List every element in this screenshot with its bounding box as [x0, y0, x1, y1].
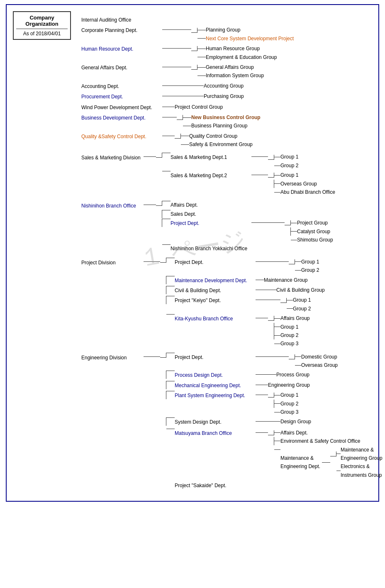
new-biz-group: New Business Control Group: [191, 113, 261, 122]
eng-div-label: Engineering Division: [81, 353, 144, 362]
sales-div-block: Sales & Marketing Division Sales & Marke…: [81, 153, 372, 197]
next-core-row: Next Core System Development Project: [191, 34, 294, 43]
vconn3: [191, 65, 197, 70]
eng-group: Engineering Group: [268, 381, 310, 389]
proj-group1: Group 1: [301, 258, 319, 266]
conn2: [162, 48, 191, 49]
next-core-project: Next Core System Development Project: [206, 34, 294, 43]
eng-domestic-row: Domestic Group: [289, 353, 338, 361]
nishi-yok-hconn: [162, 244, 171, 245]
sys-design-hconn: [256, 421, 280, 422]
nishi-proj-g1-row: Project Group: [285, 219, 333, 227]
kita-vconn: [268, 316, 274, 321]
org-chart: Internal Auditing Office Corporate Plann…: [81, 15, 372, 490]
matsu-maint-hconn: [274, 449, 280, 450]
hconn10: [181, 144, 189, 145]
matsu-affairs-hconn: [274, 432, 280, 433]
title-date: As of 2018/04/01: [16, 29, 68, 37]
ga-dept: General Affairs Dept.: [81, 63, 162, 72]
info-sys-row: Information System Group: [191, 71, 264, 80]
plant-groups: Group 1 Group 2 Group 3: [268, 391, 298, 416]
matsu-row: Matsuyama Branch Office Affairs Dept.: [160, 429, 383, 479]
sm1-groups: Group 1 Group 2: [268, 153, 298, 170]
nishi-yokkaichi-office: Nishinihon Branch Yokkaichi Office: [171, 244, 247, 253]
keiyo-g1-hconn: [287, 300, 293, 300]
sm1-group2: Group 2: [280, 161, 298, 170]
matsu-maint-group: Maintenance &Engineering Group: [341, 446, 383, 463]
emp-edu-row: Employment & Education Group: [191, 53, 277, 61]
sm1-g2-row: Group 2: [268, 161, 298, 170]
nishi-hconn2: [162, 210, 171, 210]
nishi-hconn1: [162, 201, 171, 201]
keiyo-g2-hconn: [287, 308, 293, 309]
matsu-env-row: Environment & Safety Control Office: [268, 437, 383, 445]
nishi-sales-dept: Sales Dept.: [171, 210, 196, 218]
hr-row: Human Resource Dept. Human Resource Grou…: [81, 44, 372, 61]
plant-row: Plant System Engineering Dept. Group 1: [160, 391, 383, 416]
nishi-cat-vconn: [285, 227, 291, 236]
eng-div-conn: [144, 356, 160, 357]
kita-affairs-group: Affairs Group: [280, 314, 309, 322]
sm-hconn2: [162, 171, 171, 171]
keiyo-group2: Group 2: [293, 305, 311, 313]
vconn1: [191, 28, 197, 33]
kita-g3-row: Group 3: [268, 339, 309, 348]
eng-vconn1: [160, 353, 166, 358]
hconn4: [197, 57, 206, 57]
sales-depts: Sales & Marketing Dept.1 Group 1: [156, 153, 335, 197]
proj-depts: Project Dept. Group 1 Group 2: [160, 258, 325, 349]
kita-g3-hconn: [274, 344, 280, 344]
conn3: [162, 67, 191, 67]
kita-hconn: [256, 318, 268, 318]
maint-group: Maintenance Group: [264, 276, 307, 284]
nishi-catalyst-group: Catalyst Group: [297, 227, 330, 236]
proj-dept: Project Dept.: [175, 258, 256, 266]
proj-g1-hconn: [295, 261, 301, 262]
civil-group: Civil & Building Group: [276, 286, 325, 294]
eng-vconn2: [160, 371, 166, 379]
nishi-conn: [144, 205, 156, 205]
biz-plan-row: Business Planning Group: [177, 122, 261, 130]
new-biz-row: New Business Control Group: [177, 113, 261, 122]
plant-g2-hconn: [274, 403, 280, 404]
matsu-maint-grp-row: Maintenance &Engineering Group: [330, 446, 383, 463]
matsu-maint-groups: Maintenance &Engineering Dept. Maintenan…: [280, 446, 383, 480]
design-group: Design Group: [280, 417, 311, 426]
proj-group2: Group 2: [301, 266, 319, 274]
quality-ctrl-group: Quality Control Group: [189, 132, 237, 140]
sm2-hconn: [251, 175, 268, 175]
nishi-proj-vconn: [285, 220, 291, 225]
sm2-abudhabi-row: Abu Dhabi Branch Office: [268, 188, 335, 196]
ga-group: General Affairs Group: [206, 63, 254, 71]
plant-hconn: [256, 395, 268, 395]
eng-hconn4: [166, 391, 175, 391]
proj-g2-row: Group 2: [289, 266, 319, 274]
matsu-hconn: [256, 432, 268, 433]
plant-vconn2: [268, 400, 274, 408]
internal-auditing-dept: Internal Auditing Office: [81, 15, 162, 24]
kita-g1-row: Group 1: [268, 323, 309, 331]
sm2-overseas-row: Overseas Group: [268, 180, 335, 188]
sales-conn: [144, 156, 156, 157]
corp-groups: Planning Group Next Core System Developm…: [191, 26, 294, 43]
kita-affairs-row: Affairs Group: [268, 314, 309, 322]
sm2-abudhabi: Abu Dhabi Branch Office: [280, 188, 335, 196]
matsu-maint-row: Maintenance &Engineering Dept. Maintenan…: [268, 446, 383, 480]
sm2-vconn: [268, 173, 274, 178]
proj-dept-row: Project Dept. Group 1 Group 2: [160, 258, 325, 275]
proj-g-vconn: [289, 259, 295, 264]
sys-design-dept: System Design Dept.: [175, 417, 256, 426]
nishi-shimotsu-row: Shimotsu Group: [285, 236, 333, 244]
keiyo-hconn: [256, 300, 280, 300]
conn5: [162, 96, 204, 96]
nishi-proj-hconn: [251, 222, 285, 223]
conn4: [162, 85, 204, 86]
plant-g2-row: Group 2: [268, 400, 298, 408]
eng-dom-hconn: [295, 356, 301, 357]
eng-proj-row: Project Dept. Domestic Group: [160, 353, 383, 370]
matsu-elec-row: Electronics &Instruments Group: [330, 462, 383, 479]
matsu-vconn: [268, 430, 274, 435]
keiyo-groups: Group 1 Group 2: [280, 296, 311, 313]
wind-row: Wind Power Development Dept. Project Con…: [81, 103, 372, 112]
eng-hconn6: [166, 429, 175, 429]
